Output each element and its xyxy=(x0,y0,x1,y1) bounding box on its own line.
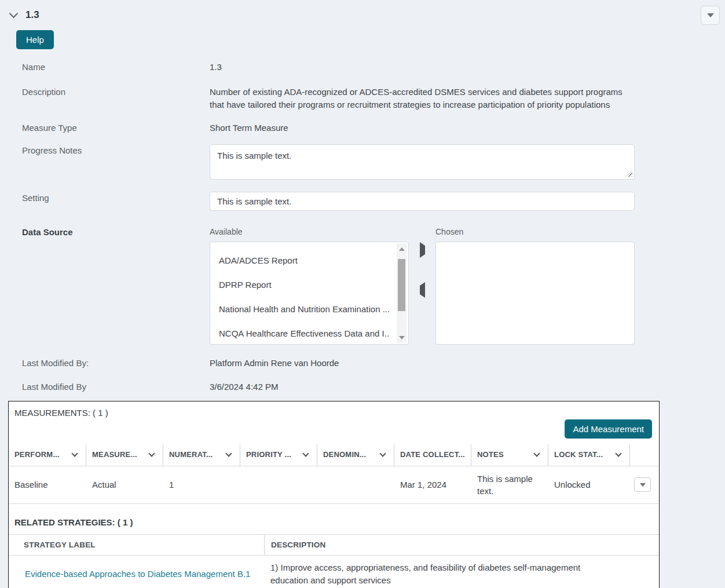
form-row-progress-notes: Progress Notes This is sample text. xyxy=(0,144,725,180)
progress-notes-label: Progress Notes xyxy=(0,144,210,180)
available-column: Available ADA/ADCES Report DPRP Report N… xyxy=(210,226,409,345)
measurements-section-title: MEASUREMENTS: ( 1 ) xyxy=(9,401,659,418)
column-header-performance[interactable]: PERFORM... xyxy=(9,444,86,466)
column-header-denominator[interactable]: DENOMIN... xyxy=(317,444,394,466)
form-row-description: Description Number of existing ADA-recog… xyxy=(0,86,725,111)
sort-chevron-icon xyxy=(302,450,309,456)
name-label: Name xyxy=(0,61,210,74)
column-header-description: DESCRIPTION xyxy=(264,535,659,555)
arrow-right-icon xyxy=(420,242,425,258)
last-modified-by-value: Platform Admin Rene van Hoorde xyxy=(210,357,635,370)
column-header-actions xyxy=(630,444,659,466)
sort-chevron-icon xyxy=(379,450,386,456)
form-row-last-modified-by: Last Modified By: Platform Admin Rene va… xyxy=(0,357,725,370)
cell-performance: Baseline xyxy=(9,473,86,496)
data-source-label: Data Source xyxy=(0,226,210,345)
measurements-header-row: PERFORM... MEASURE... NUMERAT... PRIORIT… xyxy=(9,444,659,466)
measurement-row: Baseline Actual 1 Mar 1, 2024 This is sa… xyxy=(9,466,659,504)
column-header-date-collected[interactable]: DATE COLLECT... xyxy=(394,444,471,466)
form-row-measure-type: Measure Type Short Term Measure xyxy=(0,122,725,134)
transfer-controls xyxy=(409,226,435,345)
scroll-down-icon xyxy=(399,336,405,339)
setting-label: Setting xyxy=(0,192,210,211)
form-row-setting: Setting xyxy=(0,192,725,211)
last-modified-by-label: Last Modified By: xyxy=(0,357,210,370)
chosen-label: Chosen xyxy=(435,226,635,238)
help-button[interactable]: Help xyxy=(16,30,54,49)
measure-form: Name 1.3 Description Number of existing … xyxy=(0,61,725,393)
collapse-toggle-button[interactable] xyxy=(10,13,17,17)
cell-measure: Actual xyxy=(86,473,163,496)
setting-input[interactable] xyxy=(210,192,635,211)
column-header-priority[interactable]: PRIORITY ... xyxy=(240,444,317,466)
measurements-card: MEASUREMENTS: ( 1 ) Add Measurement PERF… xyxy=(8,401,660,588)
add-measurement-button[interactable]: Add Measurement xyxy=(565,419,652,439)
scroll-up-button[interactable] xyxy=(397,244,407,253)
description-label: Description xyxy=(0,86,210,111)
sort-chevron-icon xyxy=(533,450,540,456)
move-to-available-button[interactable] xyxy=(419,284,426,295)
progress-notes-textarea[interactable]: This is sample text. xyxy=(210,144,635,180)
scrollbar[interactable] xyxy=(397,243,407,343)
form-row-data-source: Data Source Available ADA/ADCES Report D… xyxy=(0,226,725,345)
section-menu-button[interactable] xyxy=(701,6,720,25)
scrollbar-thumb[interactable] xyxy=(398,259,405,311)
measure-type-value: Short Term Measure xyxy=(210,122,635,134)
strategy-row: Evidence-based Approaches to Diabetes Ma… xyxy=(9,556,659,588)
cell-lock-status: Unlocked xyxy=(548,473,630,496)
sort-chevron-icon xyxy=(225,450,232,456)
cell-notes: This is sample text. xyxy=(471,467,548,503)
column-header-lock-status[interactable]: LOCK STAT... xyxy=(548,444,630,466)
column-header-measure[interactable]: MEASURE... xyxy=(86,444,163,466)
listbox-option[interactable]: ADA/ADCES Report xyxy=(219,249,390,273)
sort-chevron-icon xyxy=(148,450,155,456)
form-row-name: Name 1.3 xyxy=(0,61,725,74)
page-title: 1.3 xyxy=(25,9,39,21)
measure-detail-page: 1.3 Help Name 1.3 Description Number of … xyxy=(0,0,725,588)
cell-denominator xyxy=(317,479,394,491)
strategy-description: 1) Improve access, appropriateness, and … xyxy=(264,556,659,588)
cell-numerator: 1 xyxy=(163,473,240,496)
arrow-left-icon xyxy=(420,282,425,298)
available-label: Available xyxy=(210,226,409,238)
strategies-header-row: STRATEGY LABEL DESCRIPTION xyxy=(9,535,659,556)
column-header-numerator[interactable]: NUMERAT... xyxy=(163,444,240,466)
name-value: 1.3 xyxy=(210,61,635,74)
listbox-option[interactable]: NCQA Healthcare Effectiveness Data and I… xyxy=(219,322,390,346)
sort-chevron-icon xyxy=(71,450,78,456)
related-strategies-section-title: RELATED STRATEGIES: ( 1 ) xyxy=(9,504,659,535)
caret-down-icon xyxy=(707,13,714,17)
listbox-option[interactable]: DPRP Report xyxy=(219,273,390,297)
last-modified-date-value: 3/6/2024 4:42 PM xyxy=(210,381,635,393)
move-to-chosen-button[interactable] xyxy=(419,244,426,255)
cell-date-collected: Mar 1, 2024 xyxy=(394,473,471,496)
chosen-listbox[interactable] xyxy=(435,242,635,345)
description-value: Number of existing ADA-recognized or ADC… xyxy=(210,86,635,111)
available-listbox[interactable]: ADA/ADCES Report DPRP Report National He… xyxy=(210,242,409,345)
column-header-strategy-label: STRATEGY LABEL xyxy=(9,535,264,555)
listbox-option[interactable]: National Health and Nutrition Examinatio… xyxy=(219,297,390,322)
measure-type-label: Measure Type xyxy=(0,122,210,134)
column-header-notes[interactable]: NOTES xyxy=(471,444,548,466)
chevron-down-icon xyxy=(9,9,19,19)
scroll-down-button[interactable] xyxy=(397,333,407,342)
form-row-last-modified-date: Last Modified By 3/6/2024 4:42 PM xyxy=(0,381,725,393)
row-menu-button[interactable] xyxy=(634,477,651,492)
section-header: 1.3 xyxy=(0,0,725,21)
sort-chevron-icon xyxy=(615,450,621,456)
chosen-column: Chosen xyxy=(435,226,635,345)
strategy-link[interactable]: Evidence-based Approaches to Diabetes Ma… xyxy=(9,563,264,585)
scroll-up-icon xyxy=(399,247,405,251)
cell-priority xyxy=(240,479,317,491)
last-modified-date-label: Last Modified By xyxy=(0,381,210,393)
caret-down-icon xyxy=(640,483,646,487)
